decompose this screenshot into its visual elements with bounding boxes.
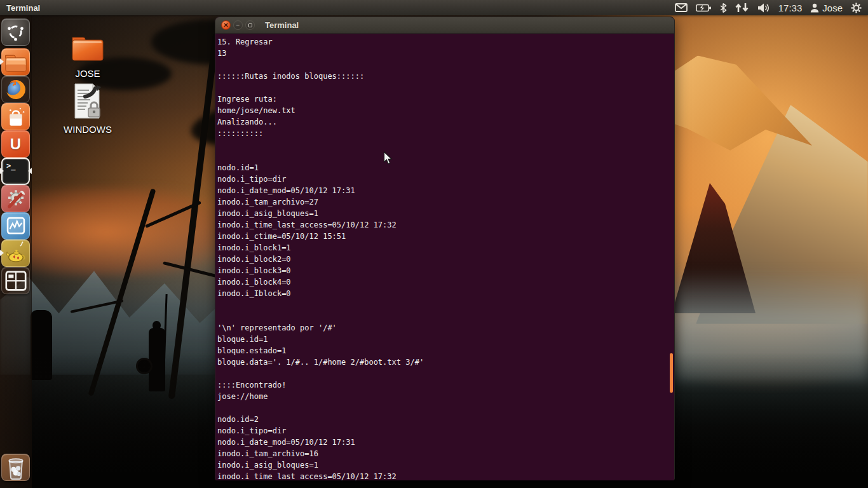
volume-icon [757, 3, 770, 13]
terminal-line: inodo.i_time_last_access=05/10/12 17:32 [217, 219, 674, 231]
window-titlebar[interactable]: ✕ − Terminal [215, 17, 674, 34]
volume-indicator[interactable] [757, 3, 770, 13]
focused-indicator-arrow [28, 168, 32, 174]
monitor-waveform-icon [4, 214, 28, 238]
desktop-icon-jose[interactable]: JOSE [58, 32, 117, 79]
shopping-bag-icon [4, 105, 28, 129]
terminal-line: inodo.i_block2=0 [217, 254, 674, 265]
terminal-line: Ingrese ruta: [217, 93, 674, 105]
trash-icon [4, 456, 27, 480]
mouse-cursor [383, 151, 393, 168]
terminal-line: nodo.i_tipo=dir [217, 425, 674, 437]
desktop-icon-windows[interactable]: WINDOWS [58, 83, 117, 135]
maximize-button[interactable] [245, 20, 255, 30]
terminal-line: inodo.i_asig_bloques=1 [217, 459, 674, 471]
firefox-launcher-item[interactable] [1, 76, 30, 103]
terminal-line: '\n' representado por '/#' [217, 322, 674, 334]
scrollbar-thumb[interactable] [670, 353, 673, 393]
terminal-window: ✕ − Terminal 15. Regresar13 ::::::Rutas … [215, 17, 675, 480]
terminal-line: bloque.estado=1 [217, 345, 674, 356]
workspace-grid-icon [4, 270, 27, 292]
terminal-line [217, 299, 674, 311]
terminal-line: nodo.id=1 [217, 162, 674, 173]
user-menu[interactable]: Jose [810, 3, 843, 13]
mail-icon [675, 3, 688, 12]
terminal-line: inodo.i_block3=0 [217, 265, 674, 276]
terminal-line [217, 402, 674, 414]
user-name: Jose [822, 3, 843, 13]
terminal-line: nodo.i_date_mod=05/10/12 17:31 [217, 437, 674, 448]
terminal-line: home/jose/new.txt [217, 105, 674, 116]
software-center-launcher-item[interactable] [1, 103, 30, 130]
terminal-line: bloque.id=1 [217, 334, 674, 345]
window-title: Terminal [265, 20, 299, 30]
terminal-line: :::::::::: [217, 128, 674, 139]
terminal-line [217, 82, 674, 93]
ubuntu-one-icon: U [10, 135, 21, 153]
desktop: JOSE WINDOWS ✕ − Terminal [0, 0, 868, 488]
battery-indicator[interactable] [696, 4, 712, 12]
terminal-icon: >_ [4, 160, 27, 182]
desktop-icon-label: WINDOWS [58, 124, 117, 135]
terminal-line: Analizando... [217, 116, 674, 128]
terminal-line: jose://home [217, 391, 674, 402]
network-arrows-icon [735, 3, 749, 13]
user-icon [810, 3, 819, 13]
active-app-title: Terminal [6, 3, 40, 13]
terminal-line: inodo.i_tam_archivo=27 [217, 196, 674, 208]
workspace-switcher-launcher-item[interactable] [1, 267, 30, 294]
terminal-line: inodo.i_ctime=05/10/12 15:51 [217, 231, 674, 242]
terminal-content[interactable]: 15. Regresar13 ::::::Rutas inodos bloque… [215, 34, 674, 480]
terminal-line: inodo.i_asig_bloques=1 [217, 208, 674, 219]
locked-document-icon [71, 83, 104, 119]
terminal-line: nodo.id=2 [217, 414, 674, 425]
terminal-line: inodo.i_time_last_access=05/10/12 17:32 [217, 471, 674, 480]
terminal-line [217, 151, 674, 162]
session-menu[interactable] [851, 3, 862, 13]
terminal-output: 15. Regresar13 ::::::Rutas inodos bloque… [217, 36, 674, 480]
terminal-line: ::::::Rutas inodos bloques:::::: [217, 71, 674, 82]
terminal-line: inodo.i_block4=0 [217, 276, 674, 288]
running-indicator-arrow [0, 58, 4, 65]
mail-indicator[interactable] [675, 3, 688, 12]
terminal-launcher-item[interactable]: >_ [1, 158, 30, 185]
terminal-line: bloque.data='. 1/#.. 1/#home 2/#boot.txt… [217, 356, 674, 368]
ubuntu-dash-button[interactable] [1, 18, 30, 46]
minimize-button[interactable]: − [233, 20, 243, 30]
gear-wrench-icon [4, 187, 28, 211]
terminal-line: inodo.i_tam_archivo=16 [217, 448, 674, 459]
magic-lamp-launcher-item[interactable] [1, 240, 30, 267]
terminal-line [217, 311, 674, 322]
system-monitor-launcher-item[interactable] [1, 212, 30, 240]
terminal-line: nodo.i_date_mod=05/10/12 17:31 [217, 185, 674, 196]
genie-lamp-icon [4, 241, 28, 266]
terminal-line [217, 139, 674, 151]
terminal-line: ::::Encontrado! [217, 379, 674, 391]
ubuntu-logo-icon [7, 24, 24, 41]
running-indicator-arrow [0, 168, 4, 174]
unity-launcher: U >_ [0, 15, 32, 488]
close-button[interactable]: ✕ [221, 20, 231, 30]
terminal-line [217, 59, 674, 71]
terminal-line [217, 368, 674, 379]
bluetooth-indicator[interactable] [720, 3, 727, 13]
folder-icon [3, 51, 29, 74]
terminal-line: inodo.i_block1=1 [217, 242, 674, 254]
files-launcher-item[interactable] [1, 48, 30, 76]
network-indicator[interactable] [735, 3, 749, 13]
clock[interactable]: 17:33 [778, 3, 803, 13]
terminal-line: nodo.i_tipo=dir [217, 173, 674, 185]
running-indicator-arrow [0, 250, 4, 256]
terminal-line: inodo.i_Iblock=0 [217, 288, 674, 299]
terminal-line: 13 [217, 48, 674, 59]
top-panel: Terminal [0, 0, 868, 15]
battery-icon [696, 4, 712, 12]
session-gear-icon [851, 3, 862, 13]
system-tools-launcher-item[interactable] [1, 185, 30, 212]
folder-icon [69, 32, 107, 64]
trash-launcher-item[interactable] [1, 454, 30, 481]
firefox-icon [4, 78, 27, 101]
terminal-line: 15. Regresar [217, 36, 674, 48]
ubuntu-one-launcher-item[interactable]: U [1, 130, 30, 158]
bluetooth-icon [720, 3, 727, 13]
